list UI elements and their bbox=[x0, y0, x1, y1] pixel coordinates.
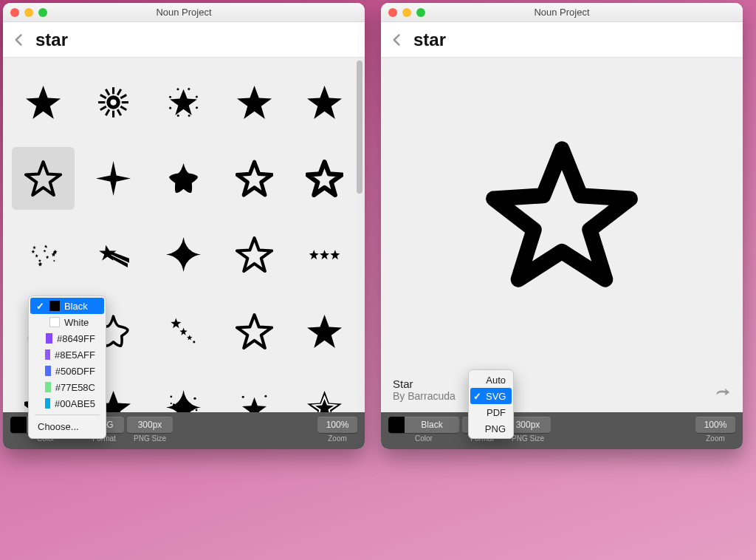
svg-line-4 bbox=[106, 109, 110, 115]
format-option-label: Auto bbox=[486, 375, 506, 386]
grid-item-star-outline-small[interactable] bbox=[223, 147, 286, 210]
format-option-png[interactable]: PNG bbox=[470, 420, 512, 437]
grid-item-star-solid[interactable] bbox=[12, 71, 75, 134]
star-outline-bold-icon bbox=[306, 160, 343, 197]
search-header: star bbox=[381, 22, 743, 58]
zoom-dropdown[interactable]: 100% bbox=[317, 417, 357, 433]
close-button[interactable] bbox=[388, 8, 397, 17]
pngsize-value: 300px bbox=[138, 420, 162, 430]
color-option-Black[interactable]: ✓Black bbox=[30, 298, 104, 314]
color-option-label: #77E58C bbox=[55, 382, 95, 393]
color-option-label: #00ABE5 bbox=[55, 398, 95, 409]
svg-line-10 bbox=[117, 89, 121, 95]
star-4point-concave-icon bbox=[165, 236, 202, 273]
star-outline-4-icon bbox=[236, 313, 273, 350]
star-outline-icon bbox=[484, 137, 639, 292]
star-sunburst-icon bbox=[94, 83, 132, 121]
color-swatch-icon bbox=[10, 417, 27, 433]
color-dropdown[interactable]: Black bbox=[388, 417, 459, 433]
icon-detail: Star By Barracuda bbox=[381, 58, 743, 412]
minimize-button[interactable] bbox=[402, 8, 411, 17]
grid-item-star-inset[interactable] bbox=[293, 376, 356, 412]
color-option-hex-77E58C[interactable]: #77E58C bbox=[30, 379, 104, 395]
format-menu[interactable]: Auto✓SVGPDFPNG bbox=[468, 369, 514, 439]
back-button[interactable] bbox=[10, 31, 28, 49]
grid-item-star-4point[interactable] bbox=[82, 147, 145, 210]
color-option-hex-8E5AFF[interactable]: #8E5AFF bbox=[30, 346, 104, 363]
pngsize-label: PNG Size bbox=[134, 434, 166, 443]
minimize-button[interactable] bbox=[24, 8, 33, 17]
svg-point-24 bbox=[171, 403, 172, 404]
svg-point-42 bbox=[241, 396, 244, 398]
star-rounded-icon bbox=[165, 160, 202, 197]
window-grid: Noun Project star Black Color SVG Format bbox=[3, 3, 365, 449]
zoom-control-group: 100% Zoom bbox=[317, 417, 357, 443]
grid-item-star-glow[interactable] bbox=[152, 71, 215, 134]
star-solid-icon bbox=[24, 83, 62, 121]
zoom-dropdown[interactable]: 100% bbox=[695, 417, 735, 433]
svg-point-17 bbox=[170, 107, 172, 109]
close-button[interactable] bbox=[10, 8, 19, 17]
titlebar[interactable]: Noun Project bbox=[3, 3, 365, 22]
star-outline-small-icon bbox=[236, 160, 273, 197]
grid-item-star-solid-4[interactable] bbox=[293, 300, 356, 363]
grid-item-star-solid-3[interactable] bbox=[293, 71, 356, 134]
grid-item-star-outline-4[interactable] bbox=[223, 300, 286, 363]
grid-item-star-cluster[interactable] bbox=[12, 223, 75, 286]
traffic-lights bbox=[10, 8, 47, 17]
menu-divider bbox=[35, 414, 100, 415]
svg-line-5 bbox=[100, 106, 106, 110]
color-option-hex-00ABE5[interactable]: #00ABE5 bbox=[30, 395, 104, 412]
format-option-svg[interactable]: ✓SVG bbox=[470, 388, 512, 404]
svg-point-18 bbox=[169, 96, 171, 98]
color-option-hex-506DFF[interactable]: #506DFF bbox=[30, 363, 104, 379]
grid-item-star-trail[interactable] bbox=[152, 300, 215, 363]
color-menu[interactable]: ✓BlackWhite#8649FF#8E5AFF#506DFF#77E58C#… bbox=[28, 296, 106, 439]
grid-item-star-outline-bold[interactable] bbox=[293, 147, 356, 210]
pngsize-control-group: 300px PNG Size bbox=[127, 417, 173, 443]
star-glow-icon bbox=[165, 83, 202, 121]
svg-point-15 bbox=[188, 115, 190, 117]
grid-item-star-rounded[interactable] bbox=[152, 147, 215, 210]
zoom-value: 100% bbox=[704, 420, 727, 430]
svg-point-23 bbox=[193, 341, 196, 343]
color-option-label: #8649FF bbox=[57, 333, 95, 344]
search-term[interactable]: star bbox=[413, 30, 446, 50]
grid-item-star-shooting[interactable] bbox=[82, 223, 145, 286]
check-icon: ✓ bbox=[35, 301, 45, 312]
svg-point-21 bbox=[196, 95, 198, 98]
color-option-hex-8649FF[interactable]: #8649FF bbox=[30, 330, 104, 346]
zoom-button[interactable] bbox=[38, 8, 47, 17]
share-button[interactable] bbox=[715, 383, 731, 402]
format-option-pdf[interactable]: PDF bbox=[470, 404, 512, 420]
color-swatch-icon bbox=[49, 317, 60, 327]
svg-point-13 bbox=[111, 100, 117, 106]
titlebar[interactable]: Noun Project bbox=[381, 3, 743, 22]
chevron-left-icon bbox=[390, 33, 405, 47]
color-value: Black bbox=[405, 420, 459, 430]
format-option-label: PNG bbox=[485, 423, 506, 434]
grid-item-star-rating-3[interactable] bbox=[293, 223, 356, 286]
grid-item-star-4point-concave[interactable] bbox=[152, 223, 215, 286]
grid-item-star-with-dots[interactable] bbox=[223, 376, 286, 412]
svg-line-8 bbox=[106, 89, 110, 95]
traffic-lights bbox=[388, 8, 425, 17]
pngsize-dropdown[interactable]: 300px bbox=[127, 417, 173, 433]
grid-item-star-outline-3[interactable] bbox=[223, 223, 286, 286]
color-choose-option[interactable]: Choose... bbox=[30, 418, 104, 437]
zoom-button[interactable] bbox=[416, 8, 425, 17]
search-term[interactable]: star bbox=[35, 30, 68, 50]
color-option-label: Black bbox=[64, 301, 88, 312]
back-button[interactable] bbox=[388, 31, 406, 49]
svg-point-36 bbox=[171, 395, 173, 397]
grid-item-star-solid-2[interactable] bbox=[223, 71, 286, 134]
color-option-White[interactable]: White bbox=[30, 314, 104, 330]
grid-item-star-sunburst[interactable] bbox=[82, 71, 145, 134]
grid-item-star-sparkle[interactable] bbox=[152, 376, 215, 412]
color-label: Color bbox=[415, 434, 433, 443]
scrollbar-thumb[interactable] bbox=[357, 61, 362, 194]
grid-item-star-outline[interactable] bbox=[12, 147, 75, 210]
svg-point-14 bbox=[196, 106, 198, 109]
color-swatch-icon bbox=[45, 349, 51, 360]
format-option-auto[interactable]: Auto bbox=[470, 372, 512, 388]
